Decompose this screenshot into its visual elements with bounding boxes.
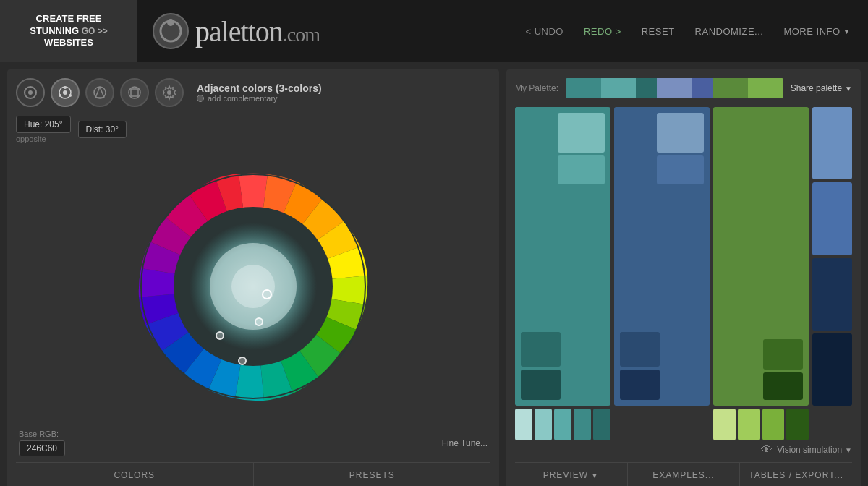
side-s4[interactable] bbox=[812, 333, 852, 406]
adjacent-icon bbox=[57, 85, 73, 101]
side-spacer bbox=[812, 409, 852, 440]
green-bs3[interactable] bbox=[762, 409, 785, 440]
top-bar: CREATE FREE STUNNING GO >> WEBSITES pale… bbox=[0, 0, 868, 62]
wheel-area bbox=[16, 149, 490, 424]
svg-point-6 bbox=[63, 90, 67, 95]
green-dark-swatch[interactable] bbox=[763, 372, 803, 400]
blue-column bbox=[614, 107, 710, 440]
wheel-dot-main[interactable] bbox=[262, 289, 272, 299]
wheel-dot-secondary2[interactable] bbox=[238, 357, 247, 365]
wheel-dot-secondary1[interactable] bbox=[216, 331, 224, 340]
green-bs1[interactable] bbox=[713, 409, 736, 440]
teal-med-swatch[interactable] bbox=[521, 332, 561, 367]
teal-bs3[interactable] bbox=[554, 409, 571, 440]
ad-line3: WEBSITES bbox=[44, 37, 93, 48]
right-bottom-tabs: PREVIEW ▼ EXAMPLES... TABLES / EXPORT... bbox=[515, 462, 852, 486]
left-bottom-tabs: COLORS PRESETS bbox=[16, 462, 490, 486]
reset-button[interactable]: RESET bbox=[631, 22, 685, 41]
controls-row: Hue: 205° opposite Dist: 30° bbox=[16, 116, 490, 143]
tetrad-icon bbox=[127, 85, 142, 101]
teal-light2-swatch[interactable] bbox=[558, 155, 605, 184]
tab-examples[interactable]: EXAMPLES... bbox=[628, 463, 740, 486]
add-complementary-toggle[interactable]: add complementary bbox=[197, 94, 322, 103]
color-wheel[interactable] bbox=[116, 149, 391, 424]
teal-inner-swatches bbox=[558, 113, 605, 184]
tab-colors[interactable]: COLORS bbox=[16, 463, 253, 486]
green-column bbox=[713, 107, 809, 440]
blue-light2-swatch[interactable] bbox=[657, 155, 704, 184]
teal-bs5[interactable] bbox=[593, 409, 610, 440]
tool-mono-button[interactable] bbox=[16, 78, 45, 107]
teal-bs2[interactable] bbox=[535, 409, 552, 440]
share-palette-button[interactable]: Share palette ▼ bbox=[791, 83, 852, 93]
moreinfo-button[interactable]: MORE INFO ▼ bbox=[773, 22, 861, 41]
teal-dark-swatch[interactable] bbox=[521, 370, 561, 400]
palette-seg-3 bbox=[636, 78, 657, 98]
tool-tetrad-button[interactable] bbox=[120, 78, 149, 107]
main-content: Adjacent colors (3-colors) add complemen… bbox=[0, 62, 868, 486]
svg-point-9 bbox=[69, 94, 72, 97]
palette-seg-1 bbox=[566, 78, 601, 98]
tab-preview[interactable]: PREVIEW ▼ bbox=[515, 463, 627, 486]
blue-dark-swatch[interactable] bbox=[620, 370, 660, 400]
blue-dark-swatches bbox=[620, 332, 660, 400]
palette-seg-7 bbox=[748, 78, 783, 98]
teal-bs1[interactable] bbox=[515, 409, 532, 440]
green-bs4[interactable] bbox=[786, 409, 809, 440]
wheel-bottom: Base RGB: 246C60 Fine Tune... bbox=[16, 424, 490, 456]
side-s3[interactable] bbox=[812, 258, 852, 331]
tab-presets[interactable]: PRESETS bbox=[254, 463, 491, 486]
teal-big-swatch[interactable] bbox=[515, 107, 610, 406]
dist-box[interactable]: Dist: 30° bbox=[78, 121, 127, 138]
blue-med-swatch[interactable] bbox=[620, 332, 660, 367]
wheel-dot-secondary3[interactable] bbox=[255, 317, 263, 326]
color-mode-title: Adjacent colors (3-colors) bbox=[197, 82, 322, 94]
tab-tables-export[interactable]: TABLES / EXPORT... bbox=[740, 463, 852, 486]
green-big-swatch[interactable] bbox=[713, 107, 809, 406]
fine-tune-button[interactable]: Fine Tune... bbox=[442, 438, 488, 448]
color-mode-info: Adjacent colors (3-colors) add complemen… bbox=[197, 82, 322, 103]
svg-point-7 bbox=[64, 86, 67, 89]
nav-buttons: < UNDO REDO > RESET RANDOMIZE... MORE IN… bbox=[515, 22, 868, 41]
teal-bs4[interactable] bbox=[574, 409, 591, 440]
radio-icon bbox=[197, 95, 204, 102]
side-s2[interactable] bbox=[812, 182, 852, 255]
ad-line1: CREATE FREE bbox=[36, 13, 102, 24]
blue-inner-swatches bbox=[657, 113, 704, 184]
tool-adjacent-button[interactable] bbox=[51, 78, 80, 107]
base-rgb-label: Base RGB: bbox=[19, 430, 65, 438]
palette-seg-4 bbox=[657, 78, 692, 98]
green-dark-swatches bbox=[763, 339, 803, 400]
eye-icon: 👁 bbox=[761, 443, 773, 456]
teal-dark-swatches bbox=[521, 332, 561, 400]
teal-light1-swatch[interactable] bbox=[558, 113, 605, 153]
hue-box[interactable]: Hue: 205° bbox=[16, 116, 71, 133]
svg-point-16 bbox=[167, 90, 171, 95]
redo-button[interactable]: REDO > bbox=[574, 22, 631, 41]
green-med-swatch[interactable] bbox=[763, 339, 803, 370]
right-panel: My Palette: Share palette ▼ bbox=[506, 69, 861, 486]
tool-settings-button[interactable] bbox=[155, 78, 184, 107]
ad-line2: STUNNING bbox=[30, 25, 79, 36]
settings-icon bbox=[161, 85, 177, 101]
blue-light1-swatch[interactable] bbox=[657, 113, 704, 153]
side-s1[interactable] bbox=[812, 107, 852, 179]
green-bs2[interactable] bbox=[738, 409, 760, 440]
tool-triad-button[interactable] bbox=[85, 78, 114, 107]
teal-bottom-row bbox=[515, 409, 610, 440]
palette-seg-2 bbox=[601, 78, 637, 98]
blue-big-swatch[interactable] bbox=[614, 107, 710, 406]
left-panel: Adjacent colors (3-colors) add complemen… bbox=[7, 69, 499, 486]
toolbar: Adjacent colors (3-colors) add complemen… bbox=[16, 78, 490, 107]
undo-button[interactable]: < UNDO bbox=[515, 22, 573, 41]
opposite-label: opposite bbox=[16, 135, 71, 143]
vision-simulation-button[interactable]: Vision simulation ▼ bbox=[777, 445, 852, 455]
palette-header: My Palette: Share palette ▼ bbox=[515, 78, 852, 98]
svg-point-20 bbox=[231, 265, 275, 308]
ad-go: GO >> bbox=[82, 26, 108, 36]
paletton-icon bbox=[152, 12, 190, 50]
base-rgb-value[interactable]: 246C60 bbox=[19, 440, 65, 456]
randomize-button[interactable]: RANDOMIZE... bbox=[685, 22, 774, 41]
ad-banner[interactable]: CREATE FREE STUNNING GO >> WEBSITES bbox=[0, 0, 137, 62]
blue-bottom-spacer bbox=[614, 409, 710, 440]
